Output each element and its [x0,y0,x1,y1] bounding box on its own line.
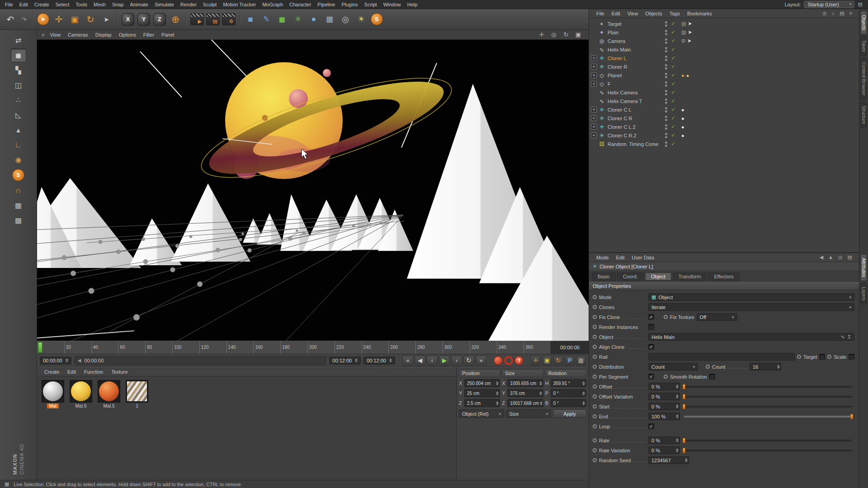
offset-variation-slider[interactable] [684,396,852,398]
menu-item[interactable]: Render [177,1,200,8]
spinner-icon[interactable] [676,385,679,389]
visibility-dots[interactable] [663,38,669,44]
expand-toggle[interactable] [591,29,597,35]
object-row[interactable]: + ✳ Cloner C L ✓ ● [589,105,859,114]
object-manager-menu-item[interactable]: Objects [642,10,665,17]
menu-item[interactable]: Script [361,1,380,8]
enabled-check-icon[interactable]: ✓ [669,124,678,130]
goto-start-button[interactable]: « [402,356,413,366]
render-settings-button[interactable]: ⚙ [222,13,236,25]
play-button[interactable]: ▶ [439,356,450,366]
panel-side-tab[interactable]: Attributes [860,254,867,281]
pan-view-icon[interactable]: ✛ [538,31,546,39]
points-mode-button[interactable]: ∴ [10,93,27,107]
viewport-menu-item[interactable]: Cameras [64,31,92,38]
spinner-icon[interactable] [539,391,542,395]
object-label[interactable]: Cloner C L [606,107,633,113]
object-row[interactable]: ◎ Camera ✓ ⊙ ➤ [589,37,859,45]
spinner-icon[interactable] [539,381,542,385]
panel-menu-icon[interactable]: ▤ [839,10,845,16]
rail-link-field[interactable] [648,353,795,361]
attribute-tab[interactable]: Basic [592,272,616,281]
menu-item[interactable]: Snap [109,1,127,8]
visibility-dots[interactable] [663,99,669,104]
position-field[interactable]: 25 cm [464,389,500,397]
anim-dot[interactable] [827,355,831,359]
anim-dot[interactable] [593,404,597,408]
object-label[interactable]: Helix Main [606,47,632,52]
object-manager-menu-item[interactable]: Edit [608,10,624,17]
make-editable-button[interactable]: ⇄ [10,33,27,47]
object-label[interactable]: Helix Camera T [606,99,644,104]
key-parameter-toggle[interactable]: P [565,356,575,366]
sketch-material-button[interactable]: S [371,13,383,25]
texture-mode-button[interactable]: ▚ [10,63,27,77]
enabled-check-icon[interactable]: ✓ [669,47,678,52]
expand-toggle[interactable]: + [591,107,597,113]
enable-axis-button[interactable]: ∟ [10,138,27,152]
object-row[interactable]: + ◇ F ✓ [589,80,859,88]
prev-frame-button[interactable]: ‹ [427,356,438,366]
keyframe-selection-button[interactable]: ? [514,356,524,365]
size-field[interactable]: 375 cm [507,389,543,397]
menu-item[interactable]: File [2,1,16,8]
z-axis-lock-button[interactable]: Z [153,13,166,26]
visibility-dots[interactable] [663,133,669,138]
panel-side-tab[interactable]: Content Browser [860,58,867,99]
render-view-button[interactable]: ▶ [190,13,204,25]
object-tag-icon[interactable]: ⊙ [681,38,685,44]
subdivision-surface-button[interactable]: ◼ [274,12,290,27]
expand-toggle[interactable]: + [591,55,597,61]
slider-handle[interactable] [683,384,686,389]
position-field[interactable]: 2.5 cm [464,399,500,407]
offset-variation-field[interactable]: 0 % [648,393,680,400]
material-label[interactable]: Mat.5 [73,404,89,408]
polygons-mode-button[interactable]: ▲ [10,123,27,137]
anim-dot[interactable] [593,365,597,369]
object-manager-menu-item[interactable]: Tags [666,10,684,17]
object-tag-icon[interactable]: ▨ [681,21,686,27]
max-frame-field[interactable]: 00:12:00 [363,357,395,365]
viewport-menu-item[interactable]: Display [92,31,115,38]
object-manager-menu-item[interactable]: View [624,10,642,17]
environment-button[interactable]: ● [306,12,321,27]
expand-toggle[interactable] [591,89,597,95]
edges-mode-button[interactable]: ◺ [10,108,27,122]
viewport-menu-item[interactable]: Options [115,31,140,38]
visibility-dots[interactable] [663,56,669,61]
material-item[interactable]: Mat [41,380,65,408]
anim-dot[interactable] [797,355,801,359]
panel-side-tab[interactable]: Objects [860,11,867,34]
anim-dot[interactable] [593,414,597,418]
visibility-dots[interactable] [663,124,669,130]
anim-dot[interactable] [706,365,710,369]
clones-dropdown[interactable]: Iterate [648,303,854,311]
visibility-dots[interactable] [663,21,669,27]
object-manager-menu-item[interactable]: Bookmarks [684,10,716,17]
focus-icon[interactable]: ◎ [837,254,844,260]
rotation-field[interactable]: 0 ° [551,399,586,407]
history-back-icon[interactable]: ◀ [819,254,824,260]
slider-handle[interactable] [683,394,686,399]
object-tag-icon[interactable]: ➤ [688,21,692,27]
key-scale-toggle[interactable]: ▣ [542,356,552,366]
spinner-icon[interactable] [540,401,542,405]
light-button[interactable]: ☀ [354,12,369,27]
rate-variation-slider[interactable] [684,450,852,451]
enabled-check-icon[interactable]: ✓ [669,81,678,87]
object-manager-menu-item[interactable]: File [593,10,608,17]
spinner-icon[interactable] [496,381,499,385]
spinner-icon[interactable] [582,401,585,405]
slider-handle[interactable] [683,438,686,443]
size-field[interactable]: 10017.668 cm [507,399,543,407]
history-up-icon[interactable]: ▲ [827,254,834,260]
material-item[interactable]: 1 [125,380,149,408]
loop-button[interactable]: ↻ [463,356,474,366]
visibility-dots[interactable] [663,107,669,113]
material-menu-item[interactable]: Texture [108,369,131,375]
rate-variation-field[interactable]: 0 % [648,446,680,454]
object-tag-icon[interactable]: ➤ [688,29,692,35]
render-instances-checkbox[interactable] [648,324,654,330]
anim-dot[interactable] [593,424,597,428]
spinner-icon[interactable] [777,365,780,369]
